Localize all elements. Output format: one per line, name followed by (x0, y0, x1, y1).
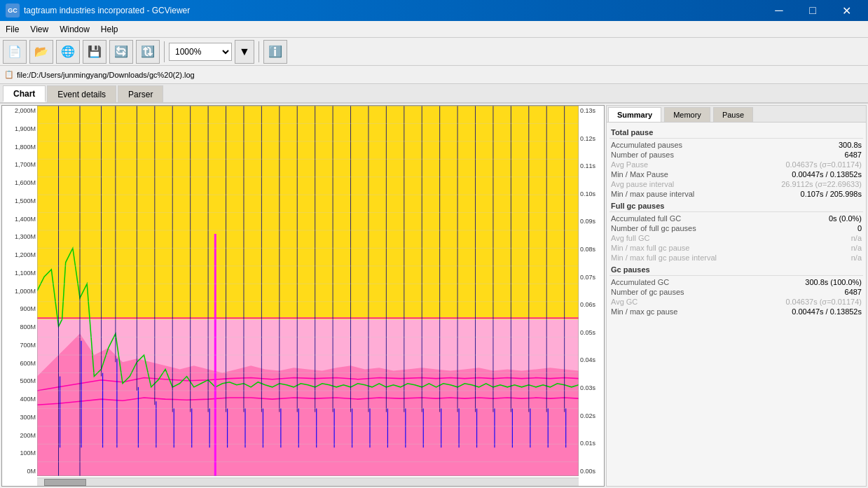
window-title: tagtraum industries incorporated - GCVie… (24, 6, 190, 15)
tabs-bar: Chart Event details Parser (0, 84, 868, 104)
right-tab-pause[interactable]: Pause (713, 107, 753, 122)
toolbar-separator (164, 41, 165, 62)
y-label-400m: 400M (2, 396, 37, 403)
section-gc-pauses: Gc pauses (609, 263, 863, 276)
y-label-right-0.02: 0.02s (579, 412, 604, 419)
menu-help[interactable]: Help (95, 21, 124, 37)
app-icon: GC (6, 4, 20, 18)
title-bar: GC tagtraum industries incorporated - GC… (0, 0, 868, 21)
titlebar-controls: ─ □ ✕ (763, 0, 862, 21)
stat-number-of-pauses: Number of pauses 6487 (609, 150, 863, 160)
y-label-right-0.06: 0.06s (579, 301, 604, 308)
y-label-600m: 600M (2, 360, 37, 367)
right-tab-summary[interactable]: Summary (608, 107, 661, 122)
filepath-text: file:/D:/Users/junmingyang/Downloads/gc%… (17, 71, 195, 79)
y-label-2000m: 2,000M (2, 107, 37, 114)
y-label-100m: 100M (2, 449, 37, 456)
stat-min-max-pause: Min / Max Pause 0.00447s / 0.13852s (609, 169, 863, 179)
section-full-gc-pauses: Full gc pauses (609, 199, 863, 212)
new-button[interactable]: 📄 (3, 40, 27, 64)
y-label-1300m: 1,300M (2, 233, 37, 240)
y-label-1500m: 1,500M (2, 197, 37, 204)
stat-accumulated-full-gc: Accumulated full GC 0s (0.0%) (609, 214, 863, 223)
file-icon: 📋 (4, 70, 14, 79)
main-content: 2,000M 1,900M 1,800M 1,700M 1,600M 1,500… (0, 104, 868, 488)
y-label-1900m: 1,900M (2, 125, 37, 132)
y-label-right-0.01: 0.01s (579, 440, 604, 447)
filepath-bar: 📋 file:/D:/Users/junmingyang/Downloads/g… (0, 66, 868, 84)
titlebar-left: GC tagtraum industries incorporated - GC… (6, 4, 190, 18)
stat-accumulated-gc: Accumulated GC 300.8s (100.0%) (609, 277, 863, 287)
y-label-right-0.07: 0.07s (579, 274, 604, 281)
y-label-1200m: 1,200M (2, 251, 37, 258)
toolbar-separator-2 (259, 41, 259, 62)
chart-scrollbar[interactable] (37, 477, 579, 486)
y-label-1700m: 1,700M (2, 161, 37, 168)
about-button[interactable]: ℹ️ (263, 40, 287, 64)
y-label-1400m: 1,400M (2, 216, 37, 223)
minimize-button[interactable]: ─ (763, 0, 795, 21)
y-label-300m: 300M (2, 414, 37, 421)
y-label-right-0.04: 0.04s (579, 356, 604, 363)
y-label-0m: 0M (2, 468, 37, 475)
y-label-1600m: 1,600M (2, 179, 37, 186)
save-button[interactable]: 💾 (83, 40, 106, 64)
section-total-pause: Total pause (609, 125, 863, 139)
right-panel: Summary Memory Pause Total pause Accumul… (606, 105, 867, 487)
y-label-right-0.11: 0.11s (579, 162, 604, 169)
y-label-right-0.09: 0.09s (579, 218, 604, 225)
stat-number-full-gc: Number of full gc pauses 0 (609, 223, 863, 233)
y-label-right-0.08: 0.08s (579, 246, 604, 253)
y-label-right-0.03: 0.03s (579, 384, 604, 391)
y-label-800m: 800M (2, 323, 37, 330)
y-label-500m: 500M (2, 377, 37, 384)
y-label-900m: 900M (2, 305, 37, 312)
chart-canvas (37, 106, 579, 476)
y-label-right-0.13: 0.13s (579, 107, 604, 114)
y-label-right-0.00: 0.00s (579, 468, 604, 475)
refresh-button[interactable]: 🔄 (109, 40, 133, 64)
tab-event-details[interactable]: Event details (47, 85, 116, 102)
stat-avg-pause: Avg Pause 0.04637s (σ=0.01174) (609, 160, 863, 169)
y-axis-left: 2,000M 1,900M 1,800M 1,700M 1,600M 1,500… (2, 106, 37, 476)
zoom-dropdown-button[interactable]: ▼ (235, 40, 254, 64)
y-label-1100m: 1,100M (2, 270, 37, 277)
stat-min-max-full-gc-pause-interval: Min / max full gc pause interval n/a (609, 253, 863, 263)
y-label-right-0.10: 0.10s (579, 190, 604, 197)
summary-content: Total pause Accumulated pauses 300.8s Nu… (607, 123, 866, 486)
y-label-700m: 700M (2, 342, 37, 349)
menu-view[interactable]: View (25, 21, 54, 37)
stat-avg-gc: Avg GC 0.04637s (σ=0.01174) (609, 297, 863, 307)
tab-parser[interactable]: Parser (118, 85, 163, 102)
right-panel-tabs: Summary Memory Pause (607, 106, 866, 123)
stat-accumulated-pauses: Accumulated pauses 300.8s (609, 140, 863, 150)
chart-svg (37, 106, 579, 476)
zoom-select[interactable]: 100% 500% 1000% 2000% (169, 43, 232, 61)
reload-button[interactable]: 🔃 (136, 40, 160, 64)
tab-chart[interactable]: Chart (3, 85, 46, 102)
url-button[interactable]: 🌐 (56, 40, 80, 64)
stat-min-max-pause-interval: Min / max pause interval 0.107s / 205.99… (609, 189, 863, 199)
stat-number-gc-pauses: Number of gc pauses 6487 (609, 287, 863, 297)
y-label-right-0.12: 0.12s (579, 135, 604, 142)
menu-file[interactable]: File (0, 21, 25, 37)
stat-min-max-full-gc-pause: Min / max full gc pause n/a (609, 243, 863, 253)
y-label-right-0.05: 0.05s (579, 329, 604, 336)
chart-area[interactable]: 2,000M 1,900M 1,800M 1,700M 1,600M 1,500… (1, 105, 605, 487)
maximize-button[interactable]: □ (797, 0, 829, 21)
stat-min-max-gc-pause: Min / max gc pause 0.00447s / 0.13852s (609, 307, 863, 316)
right-tab-memory[interactable]: Memory (664, 107, 710, 122)
y-label-200m: 200M (2, 432, 37, 439)
y-axis-right: 0.13s 0.12s 0.11s 0.10s 0.09s 0.08s 0.07… (579, 106, 604, 476)
y-label-1800m: 1,800M (2, 144, 37, 151)
y-label-1000m: 1,000M (2, 288, 37, 295)
open-button[interactable]: 📂 (29, 40, 53, 64)
toolbar: 📄 📂 🌐 💾 🔄 🔃 100% 500% 1000% 2000% ▼ ℹ️ (0, 38, 868, 66)
menu-bar: File View Window Help (0, 21, 868, 38)
close-button[interactable]: ✕ (830, 0, 862, 21)
stat-avg-full-gc: Avg full GC n/a (609, 233, 863, 243)
stat-avg-pause-interval: Avg pause interval 26.9112s (σ=22.69633) (609, 179, 863, 189)
menu-window[interactable]: Window (54, 21, 95, 37)
